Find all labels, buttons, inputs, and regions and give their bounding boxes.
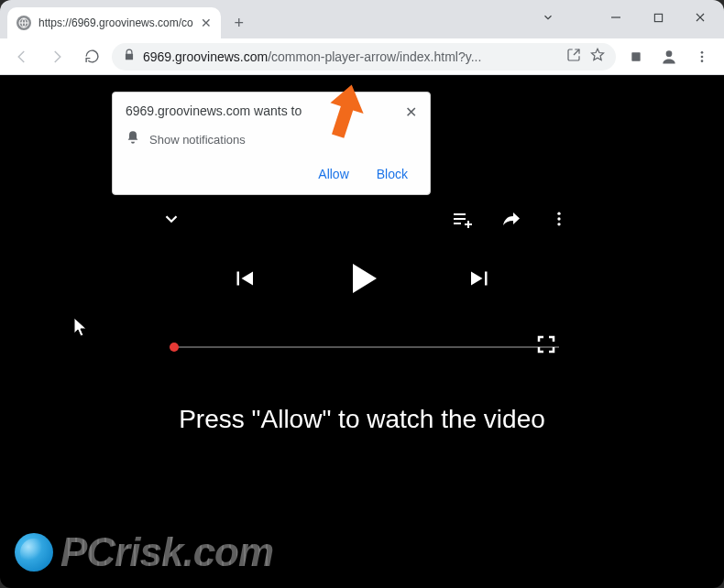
svg-rect-2 (654, 14, 662, 21)
allow-button[interactable]: Allow (318, 167, 348, 181)
svg-rect-5 (631, 52, 640, 60)
previous-track-button[interactable] (230, 265, 258, 296)
fullscreen-button[interactable] (535, 333, 557, 359)
notification-message: Show notifications (149, 133, 246, 147)
extensions-button[interactable] (621, 42, 651, 71)
reload-button[interactable] (77, 42, 106, 71)
watermark-logo-icon (15, 533, 53, 572)
minimize-button[interactable] (596, 4, 636, 31)
new-tab-button[interactable]: + (226, 10, 252, 36)
maximize-button[interactable] (638, 4, 678, 31)
svg-point-7 (701, 51, 704, 54)
close-window-button[interactable] (680, 4, 720, 31)
block-button[interactable]: Block (377, 167, 408, 181)
svg-point-11 (557, 217, 560, 220)
play-button[interactable] (340, 256, 384, 304)
globe-icon (16, 16, 31, 30)
playlist-add-icon[interactable] (451, 208, 473, 234)
seek-track (170, 346, 559, 348)
tab-close-button[interactable]: ✕ (201, 16, 212, 30)
svg-point-6 (666, 50, 673, 57)
pointer-arrow-icon (324, 81, 376, 148)
seek-thumb[interactable] (170, 343, 179, 352)
url-text: 6969.groovinews.com/common-player-arrow/… (143, 49, 481, 64)
notification-prompt: 6969.groovinews.com wants to ✕ Show noti… (112, 92, 431, 195)
watermark: PCrisk.com (15, 529, 273, 575)
share-arrow-icon[interactable] (500, 208, 522, 234)
cursor-icon (73, 317, 90, 343)
tab-title: https://6969.groovinews.com/co (38, 16, 193, 29)
collapse-icon[interactable] (161, 209, 181, 233)
instruction-text: Press "Allow" to watch the video (0, 405, 724, 434)
bell-icon (126, 130, 140, 148)
lock-icon (123, 49, 136, 65)
svg-point-12 (557, 223, 560, 225)
next-track-button[interactable] (466, 265, 494, 296)
address-bar[interactable]: 6969.groovinews.com/common-player-arrow/… (112, 43, 616, 71)
profile-button[interactable] (654, 42, 684, 71)
menu-button[interactable] (687, 42, 717, 71)
share-icon[interactable] (566, 48, 581, 66)
titlebar: https://6969.groovinews.com/co ✕ + (0, 0, 724, 38)
back-button[interactable] (7, 42, 37, 71)
svg-point-8 (701, 55, 704, 58)
watermark-text: PCrisk.com (60, 529, 273, 575)
svg-point-9 (701, 60, 704, 62)
more-icon[interactable] (550, 210, 568, 232)
page-content: 6969.groovinews.com wants to ✕ Show noti… (0, 75, 724, 588)
tab-search-button[interactable] (528, 4, 568, 31)
notification-close-button[interactable]: ✕ (405, 103, 417, 121)
svg-point-10 (557, 212, 560, 215)
notification-title: 6969.groovinews.com wants to (126, 103, 302, 118)
browser-tab[interactable]: https://6969.groovinews.com/co ✕ (7, 7, 221, 38)
toolbar: 6969.groovinews.com/common-player-arrow/… (0, 38, 724, 75)
bookmark-icon[interactable] (590, 48, 605, 66)
forward-button[interactable] (42, 42, 71, 71)
seek-bar[interactable] (170, 346, 559, 348)
